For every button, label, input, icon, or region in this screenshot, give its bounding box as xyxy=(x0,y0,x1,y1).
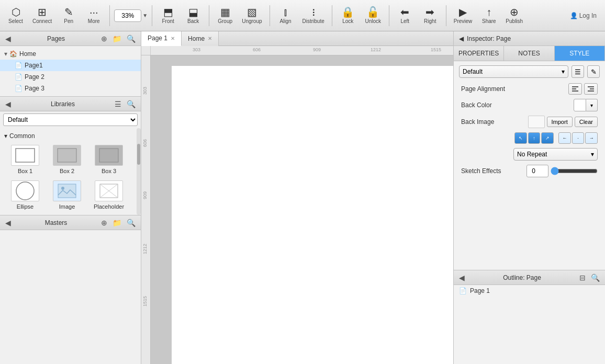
pos-topright-btn[interactable]: ↗ xyxy=(541,132,554,144)
sketch-slider[interactable] xyxy=(551,166,598,176)
publish-button[interactable]: ⊕ Publish xyxy=(502,2,526,29)
pages-folder-icon[interactable]: 📁 xyxy=(111,33,122,44)
unlock-button[interactable]: 🔓 Unlock xyxy=(362,2,385,29)
back-label: Back xyxy=(187,18,199,24)
pages-add-icon[interactable]: ⊕ xyxy=(100,33,108,44)
front-button[interactable]: ⬒ Front xyxy=(156,2,180,29)
inspector-collapse-icon[interactable]: ◀ xyxy=(459,35,464,42)
group-button[interactable]: ▦ Group xyxy=(214,2,237,29)
box3-svg xyxy=(98,147,119,163)
outline-filter-icon[interactable]: ⊟ xyxy=(578,272,587,283)
right-button[interactable]: ➡ Right xyxy=(419,2,442,29)
pen-button[interactable]: ✎ Pen xyxy=(57,2,80,29)
canvas-content[interactable] xyxy=(151,55,453,364)
box2-name: Box 2 xyxy=(60,168,74,174)
pos-middleright-btn[interactable]: → xyxy=(585,132,598,144)
tab-home[interactable]: Home ✕ xyxy=(182,31,219,46)
lib-menu-icon[interactable]: ☰ xyxy=(114,99,122,109)
share-button[interactable]: ↑ Share xyxy=(477,2,500,29)
lib-item-box1[interactable]: Box 1 xyxy=(4,142,46,177)
canvas-page[interactable] xyxy=(172,66,453,364)
ungroup-button[interactable]: ▧ Ungroup xyxy=(239,2,265,29)
select-button[interactable]: ⬡ Select xyxy=(4,2,27,29)
align-button[interactable]: ⫿ Align xyxy=(274,2,297,29)
zoom-control[interactable]: ▼ xyxy=(114,9,148,22)
connect-icon: ⊞ xyxy=(38,7,47,17)
tree-item-home[interactable]: ▾ 🏠 Home xyxy=(0,48,141,60)
import-button[interactable]: Import xyxy=(547,117,573,127)
left-align-icon: ⬅ xyxy=(400,7,409,17)
lib-item-image[interactable]: Image xyxy=(46,177,88,213)
pages-collapse-icon[interactable]: ◀ xyxy=(4,33,12,44)
login-button[interactable]: 👤 Log In xyxy=(566,9,601,22)
lib-scroll-thumb[interactable] xyxy=(137,144,140,165)
pos-topleft-btn[interactable]: ↖ xyxy=(514,132,527,144)
tab-style[interactable]: STYLE xyxy=(555,46,605,61)
masters-search-icon[interactable]: 🔍 xyxy=(126,218,137,228)
style-add-btn[interactable]: ✎ xyxy=(587,65,600,78)
align-left-btn[interactable] xyxy=(568,83,582,95)
lib-item-ellipse[interactable]: Ellipse xyxy=(4,177,46,213)
align-right-btn[interactable] xyxy=(584,83,598,95)
left-button[interactable]: ⬅ Left xyxy=(394,2,417,29)
style-section: Default ▾ ☰ ✎ Page Alignment xyxy=(454,61,605,270)
sketch-value-input[interactable] xyxy=(526,165,548,177)
color-dropdown-btn[interactable]: ▾ xyxy=(586,99,598,111)
more-button[interactable]: ··· More xyxy=(82,2,105,29)
pos-topcenter-btn[interactable]: ↑ xyxy=(528,132,541,144)
outline-page-icon: 📄 xyxy=(459,287,467,294)
tree-item-page3[interactable]: 📄 Page 3 xyxy=(0,83,141,94)
sep-3 xyxy=(209,5,209,26)
tab-notes[interactable]: NOTES xyxy=(504,46,554,61)
style-edit-btn[interactable]: ☰ xyxy=(572,65,584,78)
outline-item-page1[interactable]: 📄 Page 1 xyxy=(454,285,605,297)
group-icon: ▦ xyxy=(220,7,230,17)
masters-header: ◀ Masters ⊕ 📁 🔍 xyxy=(0,215,141,230)
svg-rect-10 xyxy=(572,88,576,89)
tab-home-close[interactable]: ✕ xyxy=(208,36,212,41)
common-expand-icon[interactable]: ▾ xyxy=(4,132,7,140)
tree-item-page1[interactable]: 📄 Page1 xyxy=(0,60,141,71)
pages-search-icon[interactable]: 🔍 xyxy=(126,33,137,44)
masters-folder-icon[interactable]: 📁 xyxy=(111,218,122,228)
tab-page1-label: Page 1 xyxy=(148,35,167,42)
tab-properties[interactable]: PROPERTIES xyxy=(454,46,504,61)
connect-button[interactable]: ⊞ Connect xyxy=(29,2,55,29)
lib-item-box2[interactable]: Box 2 xyxy=(46,142,88,177)
lib-search-icon[interactable]: 🔍 xyxy=(126,99,137,109)
lock-button[interactable]: 🔒 Lock xyxy=(337,2,360,29)
page-icon-2: 📄 xyxy=(15,73,23,81)
library-dropdown[interactable]: Default xyxy=(3,113,138,126)
ruler-v-1212: 1212 xyxy=(142,244,148,254)
back-button[interactable]: ⬓ Back xyxy=(182,2,205,29)
masters-collapse-icon[interactable]: ◀ xyxy=(4,218,12,228)
tab-notes-label: NOTES xyxy=(518,50,540,57)
tab-page1-close[interactable]: ✕ xyxy=(171,36,175,41)
zoom-input[interactable] xyxy=(114,9,141,22)
no-repeat-dropdown[interactable]: No Repeat ▾ xyxy=(513,148,598,161)
clear-button[interactable]: Clear xyxy=(575,117,598,127)
ruler-tick-1212: 1212 xyxy=(371,47,381,52)
tab-page1[interactable]: Page 1 ✕ xyxy=(141,31,182,46)
preview-button[interactable]: ▶ Preview xyxy=(451,2,476,29)
placeholder-name: Placeholder xyxy=(94,203,124,210)
distribute-button[interactable]: ⫶ Distribute xyxy=(299,2,328,29)
pos-middlecenter-btn[interactable]: · xyxy=(572,132,585,144)
main-area: ◀ Pages ⊕ 📁 🔍 ▾ 🏠 Home 📄 Page1 xyxy=(0,31,605,364)
outline-page1-label: Page 1 xyxy=(470,287,490,294)
tab-properties-label: PROPERTIES xyxy=(458,50,499,57)
lib-scrollbar[interactable] xyxy=(137,128,141,215)
default-dropdown[interactable]: Default ▾ xyxy=(459,65,568,78)
outline-search-icon[interactable]: 🔍 xyxy=(590,272,601,283)
publish-icon: ⊕ xyxy=(510,7,519,17)
tree-item-page2[interactable]: 📄 Page 2 xyxy=(0,71,141,83)
outline-collapse-icon[interactable]: ◀ xyxy=(458,272,466,283)
lib-item-box3[interactable]: Box 3 xyxy=(88,142,130,177)
back-color-swatch[interactable] xyxy=(574,99,586,111)
lib-collapse-icon[interactable]: ◀ xyxy=(4,99,12,109)
lib-item-placeholder[interactable]: Placeholder xyxy=(88,177,130,213)
right-align-icon: ➡ xyxy=(425,7,434,17)
pos-middleleft-btn[interactable]: ← xyxy=(558,132,571,144)
masters-add-icon[interactable]: ⊕ xyxy=(100,218,108,228)
align-icon: ⫿ xyxy=(283,7,288,17)
